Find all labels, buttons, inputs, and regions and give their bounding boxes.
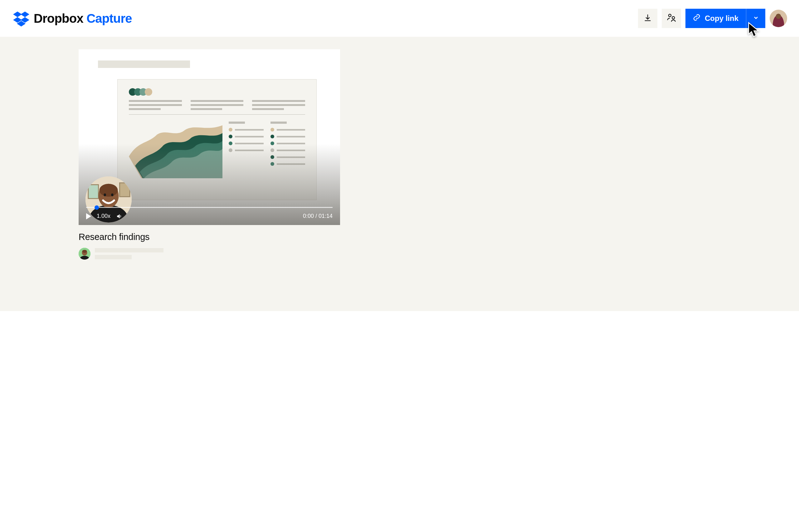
video-player[interactable]: 1.00x 0:00 / 01:14 <box>79 49 340 225</box>
svg-rect-9 <box>88 185 98 198</box>
time-display: 0:00 / 01:14 <box>303 213 332 220</box>
share-people-button[interactable] <box>662 9 681 28</box>
play-button[interactable] <box>86 213 91 220</box>
progress-knob[interactable] <box>94 205 99 210</box>
download-icon <box>643 13 652 23</box>
brand-wordmark: Dropbox Capture <box>34 12 132 25</box>
svg-point-14 <box>104 193 106 196</box>
video-title: Research findings <box>79 232 340 242</box>
time-separator: / <box>314 213 319 219</box>
link-icon <box>693 14 701 23</box>
content-column: 1.00x 0:00 / 01:14 Research findin <box>79 49 340 260</box>
color-swatches <box>129 88 305 96</box>
volume-button[interactable] <box>116 213 122 220</box>
svg-point-5 <box>669 14 671 17</box>
swatch-dot <box>145 88 152 96</box>
slide-title-placeholder <box>98 60 190 68</box>
brand-name: Dropbox <box>34 12 83 25</box>
svg-marker-1 <box>21 12 29 17</box>
user-avatar[interactable] <box>770 10 787 27</box>
people-icon <box>667 13 676 24</box>
time-current: 0:00 <box>303 213 314 219</box>
copy-link-label: Copy link <box>705 14 739 23</box>
dropbox-icon <box>13 10 29 26</box>
header-actions: Copy link <box>638 9 787 28</box>
slide-text-columns <box>129 100 305 115</box>
progress-bar[interactable] <box>86 207 332 208</box>
chevron-down-icon <box>753 15 759 22</box>
video-controls: 1.00x 0:00 / 01:14 <box>86 207 332 220</box>
svg-marker-0 <box>13 12 22 17</box>
brand-logo: Dropbox Capture <box>13 10 132 26</box>
svg-point-15 <box>111 193 113 196</box>
author-meta-placeholder <box>95 248 163 259</box>
copy-link-group: Copy link <box>686 9 765 28</box>
author-avatar[interactable] <box>79 248 90 260</box>
svg-point-13 <box>99 184 117 197</box>
copy-link-dropdown[interactable] <box>746 9 765 28</box>
time-total: 01:14 <box>319 213 332 219</box>
video-author-row <box>79 248 340 260</box>
svg-point-19 <box>82 250 87 253</box>
copy-link-button[interactable]: Copy link <box>686 9 746 28</box>
main-area: 1.00x 0:00 / 01:14 Research findin <box>0 37 799 311</box>
avatar-image <box>770 10 787 27</box>
download-button[interactable] <box>638 9 657 28</box>
app-header: Dropbox Capture <box>0 0 799 37</box>
svg-point-6 <box>672 17 674 19</box>
playback-speed[interactable]: 1.00x <box>97 213 110 220</box>
product-name: Capture <box>87 12 132 25</box>
